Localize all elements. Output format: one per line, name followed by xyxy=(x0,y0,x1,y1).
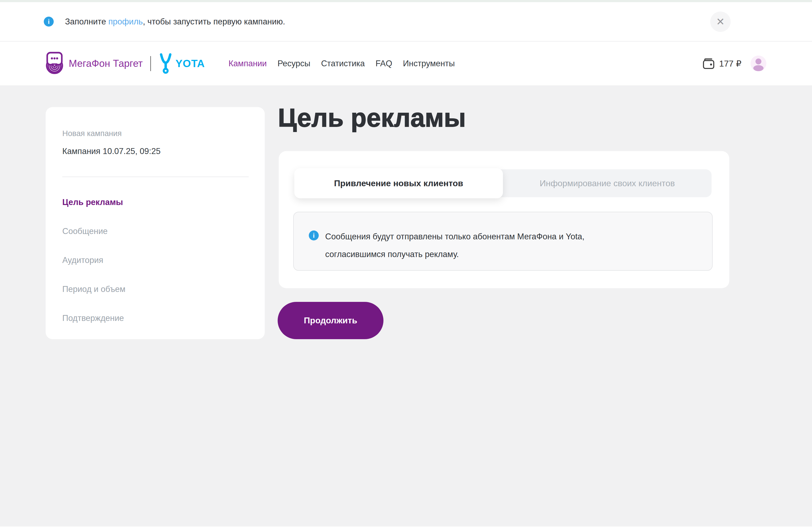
megafon-target-logo[interactable]: МегаФон Таргет xyxy=(46,51,143,76)
banner-text: Заполните профиль, чтобы запустить перву… xyxy=(65,17,285,27)
close-banner-button[interactable]: ✕ xyxy=(710,12,731,32)
sidebar-step-audience[interactable]: Аудитория xyxy=(62,255,249,265)
info-note-line1: Сообщения будут отправлены только абонен… xyxy=(325,232,584,241)
info-note-line2: согласившимся получать рекламу. xyxy=(325,250,459,259)
sidebar-step-message[interactable]: Сообщение xyxy=(62,226,249,236)
tab-own-clients[interactable]: Информирование своих клиентов xyxy=(503,169,712,197)
main-content: Новая кампания Кампания 10.07.25, 09:25 … xyxy=(0,85,812,526)
info-icon: i xyxy=(309,230,319,240)
campaign-sidebar: Новая кампания Кампания 10.07.25, 09:25 … xyxy=(46,107,265,339)
banner-text-after: , чтобы запустить первую кампанию. xyxy=(143,17,285,26)
goal-card: Привлечение новых клиентов Информировани… xyxy=(279,151,729,288)
nav-item-campaigns[interactable]: Кампании xyxy=(229,59,267,69)
logo-divider xyxy=(150,56,151,71)
sidebar-divider xyxy=(62,177,249,177)
campaign-section-label: Новая кампания xyxy=(62,129,249,138)
campaign-name: Кампания 10.07.25, 09:25 xyxy=(62,147,249,156)
nav-item-resources[interactable]: Ресурсы xyxy=(277,59,310,69)
info-note-text: Сообщения будут отправлены только абонен… xyxy=(325,228,584,270)
user-avatar-button[interactable] xyxy=(751,56,766,71)
nav-item-tools[interactable]: Инструменты xyxy=(403,59,455,69)
info-note: i Сообщения будут отправлены только абон… xyxy=(293,212,713,271)
app-window: i Заполните профиль, чтобы запустить пер… xyxy=(0,0,812,527)
megafon-logo-icon xyxy=(46,51,63,76)
sidebar-step-period[interactable]: Период и объем xyxy=(62,284,249,294)
campaign-steps: Цель рекламы Сообщение Аудитория Период … xyxy=(62,197,249,323)
person-icon xyxy=(751,56,766,71)
nav-item-faq[interactable]: FAQ xyxy=(375,59,392,69)
yota-wordmark: YOTA xyxy=(176,58,205,70)
profile-link[interactable]: профиль xyxy=(108,17,143,26)
sidebar-step-goal[interactable]: Цель рекламы xyxy=(62,197,249,207)
banner-text-before: Заполните xyxy=(65,17,108,26)
continue-button[interactable]: Продолжить xyxy=(278,302,383,339)
close-icon: ✕ xyxy=(716,17,725,27)
info-icon: i xyxy=(44,17,54,27)
balance-button[interactable]: 177 ₽ xyxy=(702,58,741,70)
page-title: Цель рекламы xyxy=(278,103,466,133)
main-nav: Кампании Ресурсы Статистика FAQ Инструме… xyxy=(229,59,455,69)
profile-notice-banner: i Заполните профиль, чтобы запустить пер… xyxy=(0,2,812,42)
tab-new-clients[interactable]: Привлечение новых клиентов xyxy=(294,168,503,198)
goal-tabs: Привлечение новых клиентов Информировани… xyxy=(294,169,712,197)
yota-logo[interactable]: YOTA xyxy=(158,53,205,74)
yota-icon xyxy=(158,53,173,74)
brand-name: МегаФон Таргет xyxy=(69,58,143,69)
window-top-edge xyxy=(0,0,812,2)
sidebar-step-confirmation[interactable]: Подтверждение xyxy=(62,313,249,323)
nav-item-statistics[interactable]: Статистика xyxy=(321,59,365,69)
wallet-icon xyxy=(702,58,715,70)
app-header: МегаФон Таргет YOTA Кампании Ресурсы Ста… xyxy=(0,42,812,85)
balance-amount: 177 ₽ xyxy=(719,59,741,69)
